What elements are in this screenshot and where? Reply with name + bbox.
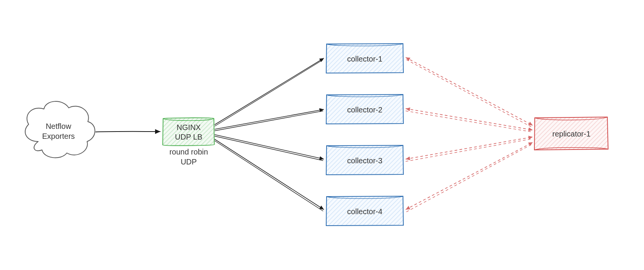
nginx-label-2: UDP LB — [175, 133, 202, 141]
edge-nginx-to-collector-2 — [215, 109, 324, 131]
exporters-label-2: Exporters — [42, 132, 75, 140]
node-netflow-exporters: Netflow Exporters — [25, 101, 95, 158]
edge-nginx-to-collector-4 — [215, 139, 324, 211]
node-collector-4: collector-4 — [326, 196, 403, 226]
diagram-canvas: Netflow Exporters NGINX UDP LB round rob… — [0, 0, 644, 270]
edge-nginx-to-collector-1 — [215, 58, 324, 126]
node-collector-3: collector-3 — [326, 145, 403, 175]
nginx-sublabel-1: round robin — [169, 148, 208, 156]
collector-1-label: collector-1 — [347, 55, 382, 63]
nginx-sublabel-2: UDP — [181, 158, 197, 166]
edge-collector-4-to-replicator — [406, 142, 533, 212]
edge-exporters-to-nginx — [95, 132, 160, 132]
edge-nginx-to-collector-3 — [215, 135, 324, 161]
node-nginx-lb: NGINX UDP LB round robin UDP — [163, 118, 214, 166]
collector-2-label: collector-2 — [347, 106, 382, 114]
replicator-1-label: replicator-1 — [552, 130, 591, 138]
edge-collector-2-to-replicator — [406, 109, 533, 132]
exporters-label-1: Netflow — [46, 122, 71, 130]
collector-3-label: collector-3 — [347, 156, 382, 165]
node-collector-2: collector-2 — [326, 94, 403, 124]
edge-collector-3-to-replicator — [406, 137, 533, 161]
node-collector-1: collector-1 — [326, 44, 403, 73]
edge-collector-1-to-replicator — [406, 57, 533, 127]
collector-4-label: collector-4 — [347, 207, 382, 216]
node-replicator-1: replicator-1 — [534, 117, 608, 150]
nginx-label-1: NGINX — [176, 123, 201, 132]
